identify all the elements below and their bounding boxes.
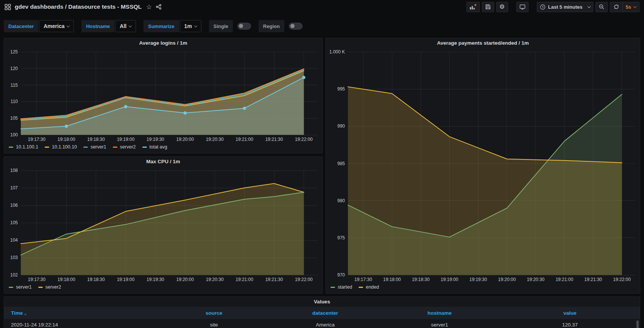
legend-item[interactable]: started [331, 284, 352, 290]
panel-average-logins: Average logins / 1m 10010511011512012519… [4, 38, 323, 153]
legend-item[interactable]: server2 [113, 144, 136, 150]
column-header-datacenter[interactable]: datacenter [271, 310, 379, 316]
x-tick-label: 19:20:00 [498, 277, 516, 282]
y-tick-label: 120 [10, 66, 18, 71]
dashboard-title[interactable]: gdev dashboards / Datasource tests - MSS… [15, 3, 142, 10]
x-tick-label: 19:20:00 [176, 137, 194, 142]
x-tick-label: 19:20:30 [206, 137, 224, 142]
single-toggle[interactable] [237, 23, 251, 30]
max-cpu-chart[interactable]: 10210310410510610710819:17:3019:18:0019:… [4, 167, 322, 283]
variable-value: America [44, 23, 64, 29]
data-point-marker [243, 107, 246, 110]
x-tick-label: 19:21:00 [235, 137, 253, 142]
x-tick-label: 19:22:00 [295, 137, 313, 142]
legend-item[interactable]: 10.1.100.1 [9, 144, 38, 150]
y-tick-label: 110 [11, 99, 18, 104]
panel-title[interactable]: Values [4, 297, 640, 307]
variable-value: All [120, 23, 126, 29]
variable-label: Datacenter [4, 20, 38, 32]
refresh-icon [613, 4, 619, 10]
table-cell: 120.37 [500, 322, 640, 328]
chart-canvas[interactable]: 10210310410510610710819:17:3019:18:0019:… [4, 167, 322, 283]
variable-label: Single [209, 20, 233, 32]
x-tick-label: 19:18:30 [87, 277, 105, 282]
summarize-dropdown[interactable]: 1m [180, 20, 201, 32]
legend-item[interactable]: server1 [9, 284, 32, 290]
refresh-interval-button[interactable]: 5s [622, 2, 639, 12]
dashboard-settings-button[interactable]: ⚙ [496, 2, 508, 12]
star-icon[interactable]: ☆ [146, 4, 152, 10]
x-tick-label: 19:17:30 [28, 137, 45, 142]
apps-grid-icon[interactable] [5, 4, 11, 10]
x-tick-label: 19:18:00 [58, 277, 75, 282]
legend-series-name: 10.1.100.1 [16, 144, 38, 150]
legend-item[interactable]: ended [359, 284, 379, 290]
panel-title[interactable]: Max CPU / 1m [4, 157, 322, 167]
y-tick-label: 106 [10, 203, 18, 208]
save-dashboard-button[interactable] [482, 2, 494, 12]
datacenter-dropdown[interactable]: America [39, 20, 74, 32]
chart-canvas[interactable]: 10010511011512012519:17:3019:18:0019:18:… [4, 48, 322, 143]
refresh-button[interactable] [610, 2, 622, 12]
legend-series-color [9, 287, 13, 288]
x-tick-label: 19:21:30 [265, 137, 283, 142]
variable-label: Summarize [143, 20, 179, 32]
y-tick-label: 985 [337, 161, 345, 166]
y-tick-label: 1.000 K [329, 49, 345, 55]
table-scrollbar[interactable] [636, 320, 639, 328]
save-icon [485, 4, 491, 10]
table-row: 2020-11-24 19:22:14siteAmericaserver1120… [4, 319, 640, 328]
average-logins-chart[interactable]: 10010511011512012519:17:3019:18:0019:18:… [4, 48, 322, 143]
x-tick-label: 19:19:00 [441, 277, 458, 282]
hostname-dropdown[interactable]: All [115, 20, 136, 32]
share-icon[interactable] [156, 4, 162, 10]
x-tick-label: 19:17:30 [354, 277, 372, 282]
y-tick-label: 102 [10, 272, 18, 278]
legend-series-color [359, 287, 363, 288]
legend-item[interactable]: 10.1.100.10 [45, 144, 77, 150]
panel-title[interactable]: Average logins / 1m [4, 38, 322, 48]
y-tick-label: 990 [337, 123, 345, 129]
x-tick-label: 19:21:30 [265, 277, 283, 282]
x-tick-label: 19:22:00 [295, 277, 313, 282]
data-point-marker [65, 125, 68, 128]
table-cell: server1 [379, 322, 500, 328]
y-tick-label: 970 [337, 272, 345, 278]
data-point-marker [124, 105, 127, 108]
variable-summarize: Summarize 1m [143, 20, 201, 32]
legend-series-color [45, 147, 49, 148]
legend: 10.1.100.110.1.100.10server1server2total… [4, 143, 322, 153]
sort-caret-icon [24, 313, 27, 315]
legend-series-color [83, 147, 88, 148]
panel-max-cpu: Max CPU / 1m 10210310410510610710819:17:… [4, 156, 323, 294]
region-toggle[interactable] [289, 23, 303, 30]
x-tick-label: 19:21:30 [584, 277, 602, 282]
x-tick-label: 19:19:00 [117, 277, 135, 282]
legend-item[interactable]: total avg [142, 144, 167, 150]
table-cell: site [157, 322, 271, 328]
legend-item[interactable]: server2 [38, 284, 61, 290]
legend-series-name: total avg [150, 144, 167, 150]
column-header-hostname[interactable]: hostname [379, 310, 500, 316]
cycle-view-mode-button[interactable] [516, 2, 529, 12]
chevron-down-icon [129, 24, 132, 27]
zoom-out-button[interactable] [596, 2, 608, 12]
panel-title[interactable]: Average payments started/ended / 1m [326, 38, 640, 48]
legend-item[interactable]: server1 [83, 144, 106, 150]
average-payments-chart[interactable]: 9709759809859909951.000 K19:17:3019:18:0… [326, 48, 640, 283]
column-header-source[interactable]: source [157, 310, 271, 316]
x-tick-label: 19:19:30 [469, 277, 487, 282]
variable-value: 1m [184, 23, 192, 29]
y-tick-label: 980 [337, 198, 345, 203]
variable-region: Region [259, 20, 303, 32]
column-header-time[interactable]: Time [4, 310, 157, 316]
gear-icon: ⚙ [499, 4, 505, 10]
add-panel-button[interactable] [466, 2, 480, 12]
nav-bar: gdev dashboards / Datasource tests - MSS… [0, 0, 644, 14]
y-tick-label: 108 [10, 168, 18, 173]
column-header-value[interactable]: value [500, 310, 640, 316]
time-range-button[interactable]: Last 5 minutes [537, 2, 593, 12]
variable-label: Region [259, 20, 284, 32]
chart-canvas[interactable]: 9709759809859909951.000 K19:17:3019:18:0… [326, 48, 640, 283]
bar-chart-plus-icon [469, 4, 477, 10]
